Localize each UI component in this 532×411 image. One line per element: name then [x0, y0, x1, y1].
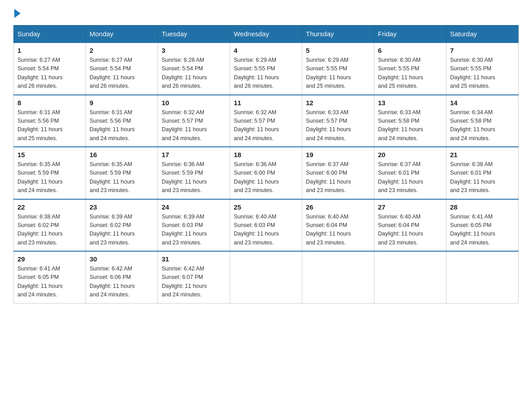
day-cell: 25 Sunrise: 6:40 AMSunset: 6:03 PMDaylig… — [230, 199, 302, 252]
day-number: 28 — [450, 203, 515, 211]
day-number: 6 — [378, 47, 442, 54]
day-info: Sunrise: 6:42 AMSunset: 6:06 PMDaylight:… — [90, 265, 135, 298]
day-info: Sunrise: 6:31 AMSunset: 5:56 PMDaylight:… — [17, 109, 63, 141]
day-info: Sunrise: 6:30 AMSunset: 5:55 PMDaylight:… — [450, 57, 495, 89]
week-row-5: 29 Sunrise: 6:41 AMSunset: 6:05 PMDaylig… — [14, 251, 519, 303]
day-number: 14 — [450, 99, 515, 107]
day-cell: 27 Sunrise: 6:40 AMSunset: 6:04 PMDaylig… — [374, 199, 446, 252]
day-cell: 21 Sunrise: 6:38 AMSunset: 6:01 PMDaylig… — [446, 147, 519, 199]
header-cell-saturday: Saturday — [446, 26, 519, 43]
day-info: Sunrise: 6:30 AMSunset: 5:55 PMDaylight:… — [378, 57, 423, 89]
day-cell: 7 Sunrise: 6:30 AMSunset: 5:55 PMDayligh… — [446, 43, 519, 95]
day-number: 27 — [378, 203, 442, 211]
calendar-header: SundayMondayTuesdayWednesdayThursdayFrid… — [14, 26, 519, 43]
day-info: Sunrise: 6:27 AMSunset: 5:54 PMDaylight:… — [90, 57, 135, 89]
day-number: 3 — [162, 47, 226, 54]
day-info: Sunrise: 6:34 AMSunset: 5:58 PMDaylight:… — [450, 109, 495, 141]
logo — [13, 9, 21, 16]
day-info: Sunrise: 6:29 AMSunset: 5:55 PMDaylight:… — [234, 57, 279, 89]
day-number: 22 — [17, 203, 82, 211]
calendar-table: SundayMondayTuesdayWednesdayThursdayFrid… — [13, 25, 519, 304]
week-row-2: 8 Sunrise: 6:31 AMSunset: 5:56 PMDayligh… — [14, 95, 519, 147]
day-info: Sunrise: 6:38 AMSunset: 6:01 PMDaylight:… — [450, 161, 495, 193]
day-info: Sunrise: 6:38 AMSunset: 6:02 PMDaylight:… — [17, 214, 63, 246]
day-cell: 3 Sunrise: 6:28 AMSunset: 5:54 PMDayligh… — [158, 43, 230, 95]
week-row-1: 1 Sunrise: 6:27 AMSunset: 5:54 PMDayligh… — [14, 43, 519, 95]
day-number: 16 — [90, 151, 154, 158]
day-cell — [230, 251, 302, 303]
day-cell: 22 Sunrise: 6:38 AMSunset: 6:02 PMDaylig… — [14, 199, 86, 252]
day-cell: 28 Sunrise: 6:41 AMSunset: 6:05 PMDaylig… — [446, 199, 519, 252]
day-number: 29 — [17, 255, 82, 263]
header-row: SundayMondayTuesdayWednesdayThursdayFrid… — [14, 26, 519, 43]
header-cell-thursday: Thursday — [302, 26, 374, 43]
day-number: 15 — [17, 151, 82, 158]
day-info: Sunrise: 6:27 AMSunset: 5:54 PMDaylight:… — [17, 57, 63, 89]
day-cell: 1 Sunrise: 6:27 AMSunset: 5:54 PMDayligh… — [14, 43, 86, 95]
day-info: Sunrise: 6:37 AMSunset: 6:01 PMDaylight:… — [378, 161, 423, 193]
day-number: 24 — [162, 203, 226, 211]
day-cell: 30 Sunrise: 6:42 AMSunset: 6:06 PMDaylig… — [86, 251, 158, 303]
day-number: 18 — [234, 151, 298, 158]
logo-arrow-icon — [14, 9, 21, 18]
day-number: 23 — [90, 203, 154, 211]
day-number: 25 — [234, 203, 298, 211]
day-cell: 11 Sunrise: 6:32 AMSunset: 5:57 PMDaylig… — [230, 95, 302, 147]
day-cell: 14 Sunrise: 6:34 AMSunset: 5:58 PMDaylig… — [446, 95, 519, 147]
day-info: Sunrise: 6:39 AMSunset: 6:03 PMDaylight:… — [162, 214, 207, 246]
day-number: 26 — [306, 203, 370, 211]
day-number: 1 — [17, 47, 82, 54]
day-cell: 26 Sunrise: 6:40 AMSunset: 6:04 PMDaylig… — [302, 199, 374, 252]
day-cell: 10 Sunrise: 6:32 AMSunset: 5:57 PMDaylig… — [158, 95, 230, 147]
day-cell — [374, 251, 446, 303]
day-cell: 2 Sunrise: 6:27 AMSunset: 5:54 PMDayligh… — [86, 43, 158, 95]
day-cell: 5 Sunrise: 6:29 AMSunset: 5:55 PMDayligh… — [302, 43, 374, 95]
day-cell: 18 Sunrise: 6:36 AMSunset: 6:00 PMDaylig… — [230, 147, 302, 199]
header-cell-monday: Monday — [86, 26, 158, 43]
day-number: 10 — [162, 99, 226, 107]
day-info: Sunrise: 6:35 AMSunset: 5:59 PMDaylight:… — [90, 161, 135, 193]
day-number: 9 — [90, 99, 154, 107]
header-cell-wednesday: Wednesday — [230, 26, 302, 43]
day-number: 17 — [162, 151, 226, 158]
day-number: 21 — [450, 151, 515, 158]
day-cell: 17 Sunrise: 6:36 AMSunset: 5:59 PMDaylig… — [158, 147, 230, 199]
day-number: 4 — [234, 47, 298, 54]
week-row-3: 15 Sunrise: 6:35 AMSunset: 5:59 PMDaylig… — [14, 147, 519, 199]
day-number: 20 — [378, 151, 442, 158]
day-number: 19 — [306, 151, 370, 158]
day-cell: 16 Sunrise: 6:35 AMSunset: 5:59 PMDaylig… — [86, 147, 158, 199]
day-number: 31 — [162, 255, 226, 263]
header-cell-tuesday: Tuesday — [158, 26, 230, 43]
day-cell: 29 Sunrise: 6:41 AMSunset: 6:05 PMDaylig… — [14, 251, 86, 303]
day-number: 12 — [306, 99, 370, 107]
day-cell: 15 Sunrise: 6:35 AMSunset: 5:59 PMDaylig… — [14, 147, 86, 199]
day-number: 11 — [234, 99, 298, 107]
day-number: 7 — [450, 47, 515, 54]
day-cell: 4 Sunrise: 6:29 AMSunset: 5:55 PMDayligh… — [230, 43, 302, 95]
day-info: Sunrise: 6:41 AMSunset: 6:05 PMDaylight:… — [450, 214, 495, 246]
day-info: Sunrise: 6:32 AMSunset: 5:57 PMDaylight:… — [162, 109, 207, 141]
day-info: Sunrise: 6:36 AMSunset: 6:00 PMDaylight:… — [234, 161, 279, 193]
day-info: Sunrise: 6:33 AMSunset: 5:58 PMDaylight:… — [378, 109, 423, 141]
day-info: Sunrise: 6:41 AMSunset: 6:05 PMDaylight:… — [17, 265, 63, 298]
day-info: Sunrise: 6:37 AMSunset: 6:00 PMDaylight:… — [306, 161, 351, 193]
day-info: Sunrise: 6:40 AMSunset: 6:04 PMDaylight:… — [306, 214, 351, 246]
day-cell: 6 Sunrise: 6:30 AMSunset: 5:55 PMDayligh… — [374, 43, 446, 95]
day-cell — [302, 251, 374, 303]
day-cell: 20 Sunrise: 6:37 AMSunset: 6:01 PMDaylig… — [374, 147, 446, 199]
day-info: Sunrise: 6:40 AMSunset: 6:03 PMDaylight:… — [234, 214, 279, 246]
day-info: Sunrise: 6:29 AMSunset: 5:55 PMDaylight:… — [306, 57, 351, 89]
day-info: Sunrise: 6:32 AMSunset: 5:57 PMDaylight:… — [234, 109, 279, 141]
day-info: Sunrise: 6:39 AMSunset: 6:02 PMDaylight:… — [90, 214, 135, 246]
day-number: 30 — [90, 255, 154, 263]
day-cell: 31 Sunrise: 6:42 AMSunset: 6:07 PMDaylig… — [158, 251, 230, 303]
week-row-4: 22 Sunrise: 6:38 AMSunset: 6:02 PMDaylig… — [14, 199, 519, 252]
page-header — [13, 9, 519, 16]
day-cell: 9 Sunrise: 6:31 AMSunset: 5:56 PMDayligh… — [86, 95, 158, 147]
day-cell: 8 Sunrise: 6:31 AMSunset: 5:56 PMDayligh… — [14, 95, 86, 147]
day-info: Sunrise: 6:42 AMSunset: 6:07 PMDaylight:… — [162, 265, 207, 298]
day-info: Sunrise: 6:31 AMSunset: 5:56 PMDaylight:… — [90, 109, 135, 141]
day-number: 8 — [17, 99, 82, 107]
day-info: Sunrise: 6:36 AMSunset: 5:59 PMDaylight:… — [162, 161, 207, 193]
